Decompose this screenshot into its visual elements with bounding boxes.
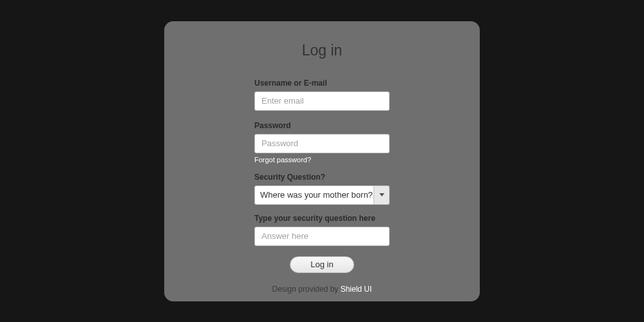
- login-button[interactable]: Log in: [290, 256, 354, 273]
- login-panel: Log in Username or E-mail Password Forgo…: [164, 21, 480, 301]
- chevron-down-icon: [379, 193, 384, 196]
- password-input[interactable]: [254, 134, 390, 153]
- login-form: Username or E-mail Password Forgot passw…: [254, 79, 390, 273]
- footer-credit: Design provided by Shield UI: [272, 285, 372, 294]
- footer-link[interactable]: Shield UI: [341, 285, 372, 294]
- footer-prefix: Design provided by: [272, 285, 341, 294]
- security-question-value: Where was your mother born?: [254, 185, 374, 205]
- username-label: Username or E-mail: [254, 79, 390, 88]
- forgot-password-link[interactable]: Forgot password?: [254, 156, 390, 164]
- security-question-label: Security Question?: [254, 173, 390, 182]
- security-answer-input[interactable]: [254, 227, 390, 246]
- security-question-select[interactable]: Where was your mother born?: [254, 185, 390, 205]
- security-question-dropdown-button[interactable]: [374, 185, 390, 205]
- password-label: Password: [254, 121, 390, 130]
- security-answer-label: Type your security question here: [254, 214, 390, 223]
- page-title: Log in: [302, 42, 343, 59]
- username-input[interactable]: [254, 91, 390, 111]
